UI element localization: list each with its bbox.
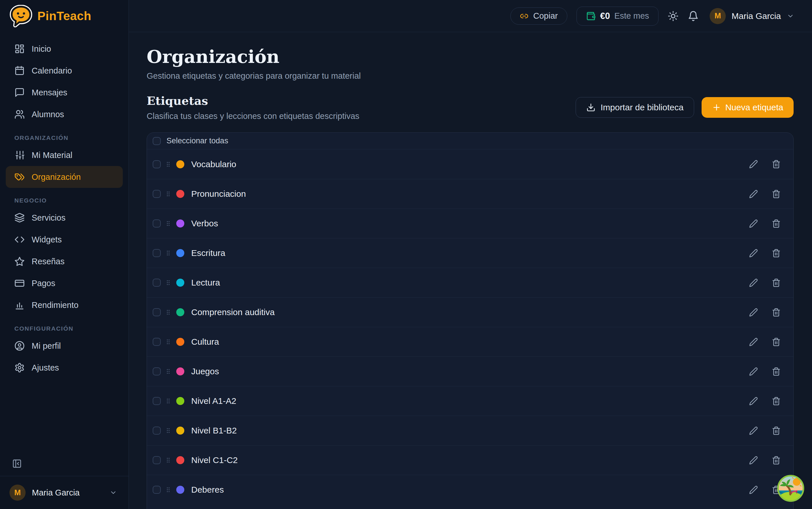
- edit-tag-button[interactable]: [749, 338, 758, 346]
- sun-icon: [668, 11, 679, 22]
- edit-tag-button[interactable]: [749, 456, 758, 465]
- row-checkbox[interactable]: [153, 219, 161, 228]
- delete-tag-button[interactable]: [772, 278, 781, 287]
- row-checkbox[interactable]: [153, 456, 161, 464]
- tag-name: Comprension auditiva: [191, 307, 275, 317]
- row-checkbox[interactable]: [153, 338, 161, 346]
- students-icon: [14, 109, 25, 120]
- trash-icon: [772, 338, 781, 346]
- drag-handle-icon[interactable]: [165, 426, 171, 436]
- row-checkbox[interactable]: [153, 427, 161, 435]
- sidebar-item-widgets[interactable]: Widgets: [0, 229, 128, 250]
- row-checkbox[interactable]: [153, 397, 161, 405]
- theme-toggle-button[interactable]: [668, 11, 679, 22]
- performance-icon: [14, 300, 25, 310]
- sidebar-item-mensajes[interactable]: Mensajes: [0, 81, 128, 103]
- delete-tag-button[interactable]: [772, 219, 781, 228]
- header-user-menu[interactable]: M Maria Garcia: [710, 8, 794, 24]
- pencil-icon: [749, 190, 758, 199]
- sidebar-item-mi-perfil[interactable]: Mi perfil: [0, 335, 128, 357]
- copy-link-button[interactable]: Copiar: [510, 7, 567, 25]
- drag-handle-icon[interactable]: [165, 160, 171, 169]
- new-tag-button[interactable]: Nueva etiqueta: [701, 97, 793, 118]
- tag-row: Verbos: [147, 208, 793, 238]
- row-checkbox[interactable]: [153, 367, 161, 375]
- pencil-icon: [749, 160, 758, 169]
- tag-name: Nivel C1-C2: [191, 455, 238, 465]
- edit-tag-button[interactable]: [749, 485, 758, 494]
- tag-row: Deberes: [147, 475, 793, 504]
- drag-handle-icon[interactable]: [165, 367, 171, 376]
- drag-handle-icon[interactable]: [165, 485, 171, 495]
- notifications-button[interactable]: [688, 11, 699, 22]
- delete-tag-button[interactable]: [772, 308, 781, 317]
- select-all-checkbox[interactable]: [153, 137, 161, 145]
- drag-handle-icon[interactable]: [165, 307, 171, 317]
- row-checkbox[interactable]: [153, 160, 161, 168]
- edit-tag-button[interactable]: [749, 278, 758, 287]
- delete-tag-button[interactable]: [772, 338, 781, 346]
- user-name: Maria Garcia: [32, 488, 103, 498]
- delete-tag-button[interactable]: [772, 367, 781, 376]
- delete-tag-button[interactable]: [772, 160, 781, 169]
- app-name: PinTeach: [37, 9, 91, 23]
- edit-tag-button[interactable]: [749, 367, 758, 376]
- row-checkbox[interactable]: [153, 249, 161, 257]
- edit-tag-button[interactable]: [749, 426, 758, 435]
- row-checkbox[interactable]: [153, 190, 161, 198]
- bell-icon: [688, 11, 699, 22]
- delete-tag-button[interactable]: [772, 456, 781, 465]
- sidebar-item-label: Organización: [32, 172, 81, 182]
- earnings-button[interactable]: €0 Este mes: [576, 7, 658, 26]
- import-label: Importar de biblioteca: [601, 103, 684, 112]
- sidebar-item-resenas[interactable]: Reseñas: [0, 250, 128, 272]
- delete-tag-button[interactable]: [772, 397, 781, 406]
- sidebar-user-menu[interactable]: M Maria Garcia: [0, 476, 128, 509]
- tag-name: Pronunciacion: [191, 189, 246, 199]
- drag-handle-icon[interactable]: [165, 455, 171, 465]
- tag-row: Nivel B1-B2: [147, 416, 793, 445]
- tag-name: Lectura: [191, 278, 220, 287]
- sidebar-item-rendimiento[interactable]: Rendimiento: [0, 294, 128, 316]
- delete-tag-button[interactable]: [772, 190, 781, 199]
- wallet-icon: [586, 11, 596, 21]
- card-tail: [147, 504, 793, 509]
- sidebar-item-organizacion[interactable]: Organización: [6, 166, 123, 188]
- edit-tag-button[interactable]: [749, 308, 758, 317]
- drag-handle-icon[interactable]: [165, 218, 171, 228]
- row-checkbox[interactable]: [153, 308, 161, 316]
- sidebar-item-pagos[interactable]: Pagos: [0, 272, 128, 294]
- sidebar-item-mi-material[interactable]: Mi Material: [0, 144, 128, 166]
- sidebar-item-label: Reseñas: [32, 257, 64, 266]
- sidebar-item-servicios[interactable]: Servicios: [0, 207, 128, 229]
- edit-tag-button[interactable]: [749, 219, 758, 228]
- sidebar-item-alumnos[interactable]: Alumnos: [0, 103, 128, 125]
- collapse-sidebar-button[interactable]: [10, 457, 24, 470]
- import-library-button[interactable]: Importar de biblioteca: [576, 97, 694, 118]
- tag-color-dot: [176, 279, 184, 287]
- delete-tag-button[interactable]: [772, 249, 781, 258]
- edit-tag-button[interactable]: [749, 397, 758, 406]
- drag-handle-icon[interactable]: [165, 248, 171, 258]
- sidebar-item-ajustes[interactable]: Ajustes: [0, 357, 128, 379]
- chevron-down-icon: [787, 12, 794, 20]
- app-logo[interactable]: PinTeach: [0, 0, 128, 32]
- trash-icon: [772, 426, 781, 435]
- tag-color-dot: [176, 219, 184, 228]
- earnings-amount: €0: [600, 11, 610, 21]
- sidebar-item-inicio[interactable]: Inicio: [0, 38, 128, 60]
- edit-tag-button[interactable]: [749, 249, 758, 258]
- edit-tag-button[interactable]: [749, 190, 758, 199]
- delete-tag-button[interactable]: [772, 426, 781, 435]
- drag-handle-icon[interactable]: [165, 189, 171, 199]
- avatar: M: [710, 8, 726, 24]
- drag-handle-icon[interactable]: [165, 337, 171, 347]
- row-checkbox[interactable]: [153, 486, 161, 494]
- row-checkbox[interactable]: [153, 279, 161, 287]
- trash-icon: [772, 160, 781, 169]
- tropical-island-badge[interactable]: [777, 475, 805, 502]
- drag-handle-icon[interactable]: [165, 396, 171, 406]
- sidebar-item-calendario[interactable]: Calendario: [0, 60, 128, 81]
- drag-handle-icon[interactable]: [165, 278, 171, 287]
- edit-tag-button[interactable]: [749, 160, 758, 169]
